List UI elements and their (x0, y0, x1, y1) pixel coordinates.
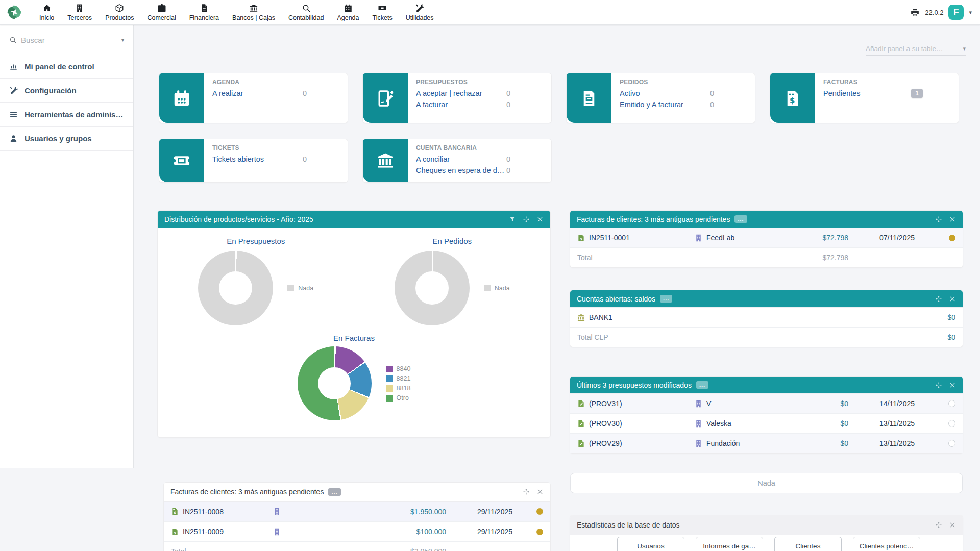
panel-title: Facturas de clientes: 3 más antiguas pen… (170, 488, 324, 496)
kpi-value: 0 (506, 155, 510, 163)
kpi-link[interactable]: A aceptar | rechazar (416, 89, 482, 97)
kpi-link[interactable]: Emitido y A facturar (620, 101, 683, 109)
tab-clientes-potenciales[interactable]: Clientes potenc… (853, 537, 920, 551)
kpi-icon-square[interactable] (159, 139, 204, 182)
nav-utilidades[interactable]: Utilidades (399, 0, 440, 24)
kpi-icon-square[interactable] (363, 139, 408, 182)
close-icon[interactable] (536, 216, 544, 223)
move-icon[interactable] (935, 295, 942, 303)
kpi-title: FACTURAS (823, 79, 951, 86)
tab-informes[interactable]: Informes de ga… (696, 537, 763, 551)
version-label: 22.0.2 (925, 9, 943, 16)
kpi-title: AGENDA (212, 79, 340, 86)
company-link[interactable]: Valeska (695, 419, 787, 428)
nav-terceros[interactable]: Terceros (61, 0, 99, 24)
panel-estadisticas: Estadísticas de la base de datos Usuario… (570, 515, 963, 551)
nav-label: Financiera (189, 14, 219, 21)
move-icon[interactable] (935, 216, 942, 223)
table-total-row: Total CLP $0 (570, 327, 963, 347)
kpi-icon-square[interactable] (159, 73, 204, 123)
add-panel-select[interactable]: Añadir panel a su table… ▾ (866, 42, 966, 56)
company-link[interactable] (273, 508, 380, 515)
filter-icon[interactable] (509, 216, 516, 223)
proposal-icon (376, 89, 395, 108)
nav-contabilidad[interactable]: Contabilidad (282, 0, 331, 24)
status-draft-ring (948, 400, 955, 407)
proposal-ref-link[interactable]: (PROV31) (577, 399, 695, 408)
nav-inicio[interactable]: Inicio (33, 0, 61, 24)
kpi-icon-square[interactable] (567, 73, 611, 123)
user-avatar[interactable]: F (948, 5, 964, 20)
company-icon (695, 440, 702, 447)
close-icon[interactable] (949, 216, 956, 223)
user-menu-caret-icon[interactable]: ▾ (969, 9, 972, 16)
sidebar-item-configuracion[interactable]: Configuración (0, 79, 133, 103)
panel-ultimos-presupuestos: Últimos 3 presupuestos modificados ... (… (570, 377, 963, 453)
kpi-title: PRESUPUESTOS (416, 79, 544, 86)
kpi-box-cuenta-bancaria: CUENTA BANCARIA A conciliar 0 Cheques en… (363, 139, 551, 182)
move-icon[interactable] (523, 216, 530, 223)
invoice-ref-link[interactable]: $ IN2511-0008 (171, 508, 273, 516)
move-icon[interactable] (935, 521, 942, 529)
move-icon[interactable] (523, 488, 530, 495)
tab-usuarios[interactable]: Usuarios (617, 537, 684, 551)
search-input[interactable] (21, 36, 117, 44)
kpi-link[interactable]: Cheques en espera de de… (416, 166, 506, 174)
donut-chart (395, 251, 470, 325)
nav-tickets[interactable]: Tickets (366, 0, 399, 24)
panel-more-button[interactable]: ... (734, 215, 747, 223)
empty-widget-box: Nada (570, 473, 963, 493)
amount-cell: $0 (787, 399, 848, 408)
tab-clientes[interactable]: Clientes (774, 537, 842, 551)
kpi-box-pedidos: PEDIDOS Activo 0 Emitido y A facturar 0 (567, 73, 755, 123)
total-amount: $72.798 (787, 254, 848, 262)
date-cell: 29/11/2025 (446, 508, 512, 516)
close-icon[interactable] (949, 521, 956, 529)
close-icon[interactable] (949, 382, 956, 389)
nav-financiera[interactable]: Financiera (183, 0, 226, 24)
move-icon[interactable] (935, 382, 942, 389)
app-logo[interactable] (3, 1, 26, 23)
close-icon[interactable] (949, 295, 956, 303)
panel-more-button[interactable]: ... (328, 488, 340, 496)
panel-facturas-pendientes-bottom: Facturas de clientes: 3 más antiguas pen… (164, 483, 550, 551)
nav-productos[interactable]: Productos (99, 0, 140, 24)
kpi-icon-square[interactable] (363, 73, 408, 123)
kpi-link[interactable]: Activo (620, 89, 640, 97)
invoice-ref-link[interactable]: $ IN2511-0009 (171, 528, 273, 536)
amount-cell: $100.000 (380, 528, 446, 536)
close-icon[interactable] (536, 488, 544, 495)
tools-icon (415, 4, 424, 13)
nav-comercial[interactable]: Comercial (140, 0, 182, 24)
total-amount: $2.050.000 (380, 547, 446, 551)
proposal-ref-link[interactable]: (PROV29) (577, 439, 695, 447)
amount-cell: $1.950.000 (380, 508, 446, 516)
kpi-icon-square[interactable]: $ (770, 73, 815, 123)
kpi-link[interactable]: A realizar (212, 89, 243, 97)
search-caret-icon[interactable]: ▾ (121, 37, 124, 43)
kpi-link[interactable]: Pendientes (823, 89, 861, 97)
bank-account-link[interactable]: BANK1 (577, 313, 612, 321)
proposal-ref-link[interactable]: (PROV30) (577, 419, 695, 428)
kpi-link[interactable]: Tickets abiertos (212, 155, 264, 163)
file-invoice-icon (200, 4, 209, 13)
kpi-link[interactable]: A facturar (416, 101, 448, 109)
sidebar-item-usuarios-grupos[interactable]: Usuarios y grupos (0, 127, 133, 151)
panel-more-button[interactable]: ... (660, 295, 672, 303)
kpi-value: 0 (710, 89, 714, 97)
print-icon[interactable] (910, 8, 920, 17)
nav-bancos-cajas[interactable]: Bancos | Cajas (226, 0, 282, 24)
kpi-box-presupuestos: PRESUPUESTOS A aceptar | rechazar 0 A fa… (363, 73, 551, 123)
order-icon (579, 89, 599, 108)
invoice-ref-link[interactable]: $ IN2511-0001 (577, 234, 695, 242)
nav-label: Bancos | Cajas (232, 14, 275, 21)
company-link[interactable]: FeedLab (695, 234, 787, 242)
company-link[interactable] (273, 528, 380, 536)
company-link[interactable]: Fundación (695, 439, 787, 447)
kpi-link[interactable]: A conciliar (416, 155, 450, 163)
company-link[interactable]: V (695, 399, 787, 408)
sidebar-item-panel-control[interactable]: Mi panel de control (0, 55, 133, 79)
nav-agenda[interactable]: Agenda (330, 0, 365, 24)
sidebar-item-herramientas-admin[interactable]: Herramientas de administr… (0, 103, 133, 127)
panel-more-button[interactable]: ... (696, 381, 708, 389)
